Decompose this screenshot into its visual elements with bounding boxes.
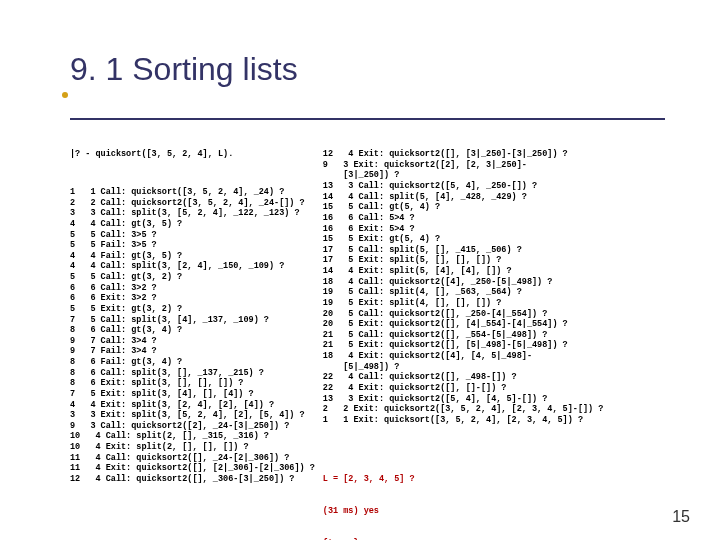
page-number: 15 bbox=[672, 508, 690, 526]
query-line: |? - quicksort([3, 5, 2, 4], L). bbox=[70, 149, 315, 160]
result-block: L = [2, 3, 4, 5] ? (31 ms) yes {trace} bbox=[323, 453, 690, 540]
trace-right-column: 12 4 Exit: quicksort2([], [3|_250]-[3|_2… bbox=[323, 128, 690, 540]
slide-title: 9. 1 Sorting lists bbox=[0, 21, 720, 96]
trace-left-column: |? - quicksort([3, 5, 2, 4], L). 1 1 Cal… bbox=[70, 128, 315, 540]
bullet-icon bbox=[62, 92, 68, 98]
result-binding: L = [2, 3, 4, 5] ? bbox=[323, 474, 690, 485]
result-time: (31 ms) yes bbox=[323, 506, 690, 517]
trace-left-lines: 1 1 Call: quicksort([3, 5, 2, 4], _24) ?… bbox=[70, 187, 315, 485]
trace-content: |? - quicksort([3, 5, 2, 4], L). 1 1 Cal… bbox=[0, 128, 720, 540]
trace-right-lines: 12 4 Exit: quicksort2([], [3|_250]-[3|_2… bbox=[323, 149, 690, 425]
title-underline bbox=[70, 118, 665, 120]
